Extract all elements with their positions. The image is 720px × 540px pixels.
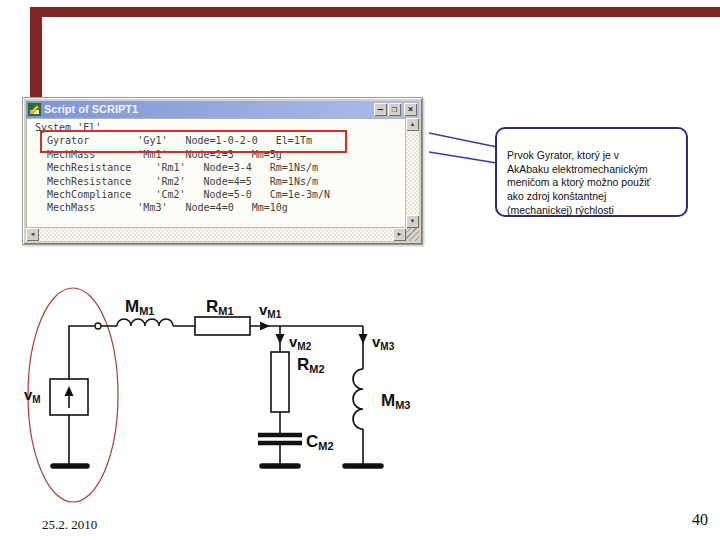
label-mm1: MM1 bbox=[125, 297, 154, 317]
scroll-right-button[interactable]: ► bbox=[393, 228, 406, 241]
left-accent-bar bbox=[30, 7, 42, 98]
resize-grip[interactable] bbox=[406, 228, 419, 241]
close-button[interactable]: × bbox=[404, 103, 417, 116]
script-line: System 'El' bbox=[35, 121, 405, 134]
slide-background: Script of SCRIPT1 – ❐ × System 'El' Gyra… bbox=[0, 0, 720, 540]
script-icon bbox=[28, 103, 41, 116]
window-title: Script of SCRIPT1 bbox=[44, 101, 373, 118]
script-line: MechResistance 'Rm1' Node=3-4 Rm=1Ns/m bbox=[35, 161, 405, 174]
inductor-mm1 bbox=[117, 319, 173, 326]
vertical-scrollbar[interactable]: ▲ ▼ bbox=[406, 118, 419, 228]
label-vm: vM bbox=[24, 386, 41, 405]
resistor-rm2 bbox=[271, 352, 289, 412]
script-line: MechMass 'Mm1' Node=2=3 Mm=5g bbox=[35, 148, 405, 161]
page-number: 40 bbox=[692, 511, 708, 529]
vm1-arrow bbox=[260, 322, 270, 331]
label-vm1: vM1 bbox=[259, 301, 282, 320]
label-vm3: vM3 bbox=[372, 333, 395, 352]
circuit-diagram: MM1 RM1 vM1 vM2 RM2 vM3 MM3 CM2 vM bbox=[10, 282, 440, 512]
window-titlebar[interactable]: Script of SCRIPT1 – ❐ × bbox=[26, 101, 419, 118]
scroll-left-button[interactable]: ◄ bbox=[26, 228, 39, 241]
label-rm1: RM1 bbox=[206, 297, 234, 317]
script-line: MechCompliance 'Cm2' Node=5-0 Cm=1e-3m/N bbox=[35, 188, 405, 201]
top-accent-bar bbox=[32, 7, 720, 17]
resistor-rm1 bbox=[195, 317, 250, 335]
script-text: System 'El' Gyrator 'Gy1' Node=1-0-2-0 E… bbox=[27, 119, 405, 215]
vm3-arrow bbox=[359, 334, 368, 344]
label-cm2: CM2 bbox=[306, 432, 334, 452]
node-circle bbox=[95, 323, 101, 329]
minimize-button[interactable]: – bbox=[374, 103, 387, 116]
callout-text: Prvok Gyrator, ktorý je v AkAbaku elektr… bbox=[507, 149, 650, 216]
inductor-mm3 bbox=[353, 369, 363, 429]
scroll-down-button[interactable]: ▼ bbox=[406, 215, 419, 228]
callout-box: Prvok Gyrator, ktorý je v AkAbaku elektr… bbox=[495, 127, 688, 217]
footer-date: 25.2. 2010 bbox=[42, 517, 97, 533]
script-editor[interactable]: System 'El' Gyrator 'Gy1' Node=1-0-2-0 E… bbox=[26, 118, 406, 228]
script-window: Script of SCRIPT1 – ❐ × System 'El' Gyra… bbox=[22, 97, 423, 245]
label-rm2: RM2 bbox=[297, 355, 325, 375]
script-line: MechMass 'Mm3' Node=4=0 Mm=10g bbox=[35, 201, 405, 214]
label-mm3: MM3 bbox=[381, 391, 410, 411]
script-line: Gyrator 'Gy1' Node=1-0-2-0 El=1Tm bbox=[35, 134, 405, 147]
maximize-button[interactable]: ❐ bbox=[388, 103, 401, 116]
horizontal-scrollbar[interactable]: ◄ ► bbox=[26, 228, 406, 241]
scroll-up-button[interactable]: ▲ bbox=[406, 118, 419, 131]
label-vm2: vM2 bbox=[289, 333, 312, 352]
script-line: MechResistance 'Rm2' Node=4=5 Rm=1Ns/m bbox=[35, 175, 405, 188]
vm2-arrow bbox=[276, 334, 285, 344]
